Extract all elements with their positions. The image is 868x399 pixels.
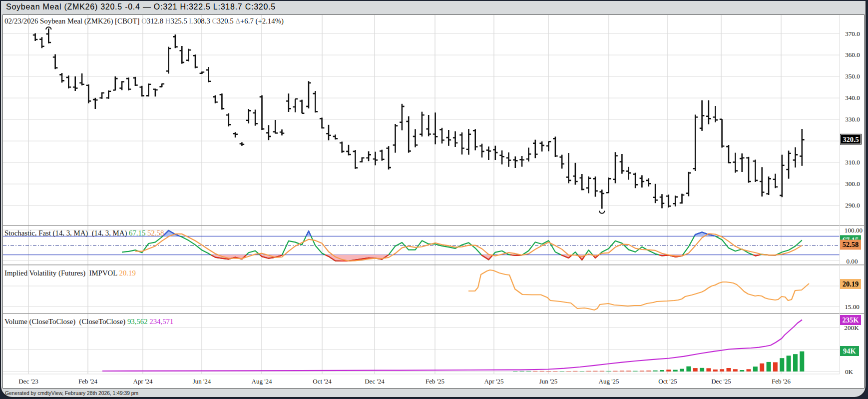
svg-text:300.0: 300.0 <box>845 180 860 188</box>
svg-text:Jun '24: Jun '24 <box>193 378 211 385</box>
svg-text:360.0: 360.0 <box>845 51 860 58</box>
svg-text:290.0: 290.0 <box>845 202 860 209</box>
svg-text:100.00: 100.00 <box>845 226 863 234</box>
svg-text:Aug '25: Aug '25 <box>599 378 619 385</box>
svg-text:15.00: 15.00 <box>845 303 860 310</box>
svg-text:Oct '25: Oct '25 <box>658 378 677 385</box>
svg-text:Jun '25: Jun '25 <box>539 378 558 385</box>
svg-text:370.0: 370.0 <box>845 30 860 38</box>
svg-text:20.19: 20.19 <box>843 280 859 288</box>
svg-text:320.5: 320.5 <box>843 136 859 144</box>
svg-text:02/23/2026 Soybean Meal (ZMK26: 02/23/2026 Soybean Meal (ZMK26) [CBOT] O… <box>4 17 284 26</box>
svg-text:94K: 94K <box>843 347 857 355</box>
svg-text:52.58: 52.58 <box>843 240 859 248</box>
svg-text:235K: 235K <box>842 316 859 324</box>
svg-text:0.00: 0.00 <box>846 258 858 265</box>
svg-text:340.0: 340.0 <box>845 94 860 102</box>
svg-text:Volume (CloseToClose) (CloseT: Volume (CloseToClose) (CloseToClose) 93,… <box>4 318 173 326</box>
svg-text:350.0: 350.0 <box>845 72 860 80</box>
svg-text:0K: 0K <box>845 368 854 376</box>
svg-text:Dec '24: Dec '24 <box>365 378 385 385</box>
svg-text:Dec '25: Dec '25 <box>711 378 731 385</box>
svg-text:Implied Volatility (Futures): Implied Volatility (Futures) IMPVOL 20.1… <box>4 269 136 278</box>
svg-text:Feb '26: Feb '26 <box>772 378 791 385</box>
svg-text:310.0: 310.0 <box>845 158 860 166</box>
svg-text:Apr '25: Apr '25 <box>484 378 504 385</box>
svg-text:Aug '24: Aug '24 <box>252 378 272 385</box>
svg-text:Oct '24: Oct '24 <box>313 378 332 385</box>
svg-text:Stochastic, Fast (14, 3, MA): Stochastic, Fast (14, 3, MA) (14, 3, MA)… <box>4 229 164 238</box>
svg-text:Apr '24: Apr '24 <box>133 378 153 385</box>
svg-text:Feb '25: Feb '25 <box>426 378 444 385</box>
svg-text:Feb '24: Feb '24 <box>78 378 98 385</box>
svg-text:Dec '23: Dec '23 <box>18 378 38 385</box>
svg-text:330.0: 330.0 <box>845 116 860 123</box>
